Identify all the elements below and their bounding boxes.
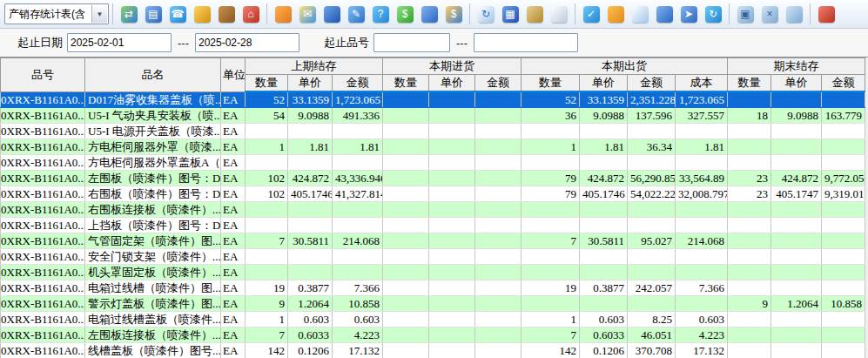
column-header[interactable]: 数量 <box>383 75 429 92</box>
report-refresh-icon[interactable]: ↻ <box>474 3 497 25</box>
table-row[interactable]: 0XRX-B1161A0...右围板（喷漆件）图号：D...EA102405.1… <box>1 186 865 202</box>
chevron-down-icon[interactable]: ▼ <box>91 5 107 23</box>
table-row[interactable]: 0XRX-B1161A0...右围板连接板（喷漆件）...EA <box>1 202 865 218</box>
monitor-pointer-icon[interactable]: ➤ <box>677 3 700 25</box>
search-doc-icon[interactable] <box>629 3 651 25</box>
report-type-selector[interactable]: 产销存统计表(含 ▼ <box>4 3 109 24</box>
lock-icon[interactable] <box>191 3 213 25</box>
table-row[interactable]: 0XRX-B1161A0...U5-I 电源开关盖板（喷漆...EA <box>1 124 865 139</box>
box-icon[interactable] <box>523 3 546 25</box>
table-row[interactable]: 0XRX-B1161A0...D017油雾收集器盖板（喷...EA5233.13… <box>1 91 865 108</box>
computer-icon[interactable]: ▤ <box>142 3 165 25</box>
value-cell <box>728 249 771 265</box>
group-header-ending-balance[interactable]: 期末结存 <box>728 58 865 75</box>
date-from-input[interactable] <box>67 33 172 52</box>
unit-cell: EA <box>221 296 246 312</box>
table-row[interactable]: 0XRX-B1161A0...安全门锁支架（喷漆件）...EA <box>1 249 865 265</box>
value-cell <box>580 265 628 280</box>
value-cell <box>383 328 429 343</box>
notebook-icon <box>324 6 340 23</box>
column-header[interactable]: 单价 <box>288 75 333 92</box>
table-row[interactable]: 0XRX-B1161A0...警示灯盖板（喷漆件）图...EA91.206410… <box>1 296 865 312</box>
column-header[interactable]: 金额 <box>333 75 383 92</box>
table-row[interactable]: 0XRX-B1161A0...方电柜伺服器外罩盖板A（...EA <box>1 155 865 171</box>
value-cell <box>822 139 865 155</box>
date-to-input[interactable] <box>195 33 299 52</box>
cascade-windows-icon <box>786 6 803 23</box>
exit-icon[interactable] <box>815 3 838 25</box>
column-header[interactable]: 数量 <box>728 75 771 92</box>
column-header-unit[interactable]: 单位 <box>221 58 246 92</box>
table-row[interactable]: 0XRX-B1161A0...U5-I 气动夹具安装板（喷...EA549.09… <box>1 108 865 124</box>
value-cell: 33.1359 <box>288 91 333 108</box>
table-row[interactable]: 0XRX-B1161A0...机头罩固定板（喷漆件）...EA <box>1 265 865 280</box>
computer-icon: ▤ <box>145 6 162 23</box>
value-cell <box>771 124 822 139</box>
value-cell <box>580 218 628 233</box>
home-icon[interactable]: ⌂ <box>239 3 262 25</box>
group-header-opening-balance[interactable]: 上期结存 <box>246 58 383 75</box>
calculator-icon[interactable]: ▦ <box>499 3 521 25</box>
phone-icon[interactable]: ☎ <box>166 3 189 25</box>
table-row[interactable]: 0XRX-B1161A0...电箱过线槽（喷漆件）图...EA190.38777… <box>1 280 865 296</box>
group-header-period-purchases[interactable]: 本期进货 <box>383 58 521 75</box>
copy-icon[interactable] <box>548 3 570 25</box>
table-row[interactable]: 0XRX-B1161A0...气管固定架（喷漆件）图...EA730.58112… <box>1 233 865 249</box>
column-header[interactable]: 金额 <box>822 75 865 92</box>
value-cell: 7.366 <box>333 280 383 296</box>
notebook-icon[interactable] <box>320 3 343 25</box>
part-name-cell: 安全门锁支架（喷漆件）... <box>85 249 221 265</box>
table-row[interactable]: 0XRX-B1161A0...左围板（喷漆件）图号：D...EA102424.8… <box>1 171 865 186</box>
briefcase-icon[interactable] <box>215 3 238 25</box>
column-header[interactable]: 数量 <box>521 75 580 92</box>
part-number-cell: 0XRX-B1161A0... <box>1 186 85 202</box>
column-header-pn[interactable]: 品号 <box>1 58 85 92</box>
transfer-data-icon[interactable]: ⇄ <box>118 3 140 25</box>
restore-window-icon[interactable]: ▣ <box>734 3 757 25</box>
value-cell: 7 <box>246 233 288 249</box>
part-number-from-input[interactable] <box>373 33 450 52</box>
finance-user-icon[interactable]: $ <box>442 3 465 25</box>
value-cell: 0.6033 <box>580 328 628 343</box>
value-cell: 242.057 <box>628 280 676 296</box>
column-header[interactable]: 数量 <box>246 75 288 92</box>
users-icon[interactable] <box>272 3 294 25</box>
pen-tool-icon[interactable]: ✎ <box>345 3 367 25</box>
table-row[interactable]: 0XRX-B1161A0...左围板连接板（喷漆件）...EA70.60334.… <box>1 328 865 343</box>
table-row[interactable]: 0XRX-B1161A0...上挡板（喷漆件）图号：D...EA <box>1 218 865 233</box>
column-header[interactable]: 金额 <box>628 75 676 92</box>
column-header[interactable]: 金额 <box>475 75 521 92</box>
value-cell <box>822 343 865 358</box>
approve-icon[interactable]: ✓ <box>580 3 602 25</box>
value-cell <box>333 265 383 280</box>
box-icon <box>527 6 543 23</box>
bell-icon[interactable] <box>604 3 627 25</box>
part-name-cell: 线槽盖板（喷漆件）图号... <box>85 343 221 358</box>
cart-icon[interactable] <box>418 3 441 25</box>
group-header-period-shipments[interactable]: 本期出货 <box>521 58 728 75</box>
table-row[interactable]: 0XRX-B1161A0...方电柜伺服器外罩（喷漆...EA11.811.81… <box>1 139 865 155</box>
table-row[interactable]: 0XRX-B1161A0...电箱过线槽盖板（喷漆件...EA10.6030.6… <box>1 312 865 328</box>
refresh-icon[interactable]: ↻ <box>702 3 724 25</box>
toolbar-separator <box>575 3 575 24</box>
column-header[interactable]: 单价 <box>580 75 628 92</box>
close-window-icon[interactable]: × <box>758 3 781 25</box>
restore-window-icon: ▣ <box>737 6 754 23</box>
table-row[interactable]: 0XRX-B1161A0...线槽盖板（喷漆件）图号...EA1420.1206… <box>1 343 865 358</box>
column-header[interactable]: 成本 <box>676 75 728 92</box>
sitemap-icon[interactable] <box>653 3 676 25</box>
dollar-icon[interactable]: $ <box>394 3 416 25</box>
mail-icon[interactable]: ✉ <box>296 3 319 25</box>
cascade-windows-icon[interactable] <box>783 3 805 25</box>
column-header[interactable]: 单价 <box>771 75 822 92</box>
column-header[interactable]: 单价 <box>429 75 475 92</box>
value-cell: 10.858 <box>822 296 865 312</box>
help-icon[interactable]: ? <box>369 3 392 25</box>
part-number-to-input[interactable] <box>474 33 578 52</box>
value-cell <box>383 108 429 124</box>
value-cell <box>246 218 288 233</box>
finance-user-icon: $ <box>446 6 462 23</box>
part-name-cell: 警示灯盖板（喷漆件）图... <box>85 296 221 312</box>
column-header-name[interactable]: 品名 <box>85 58 221 92</box>
value-cell <box>822 280 865 296</box>
